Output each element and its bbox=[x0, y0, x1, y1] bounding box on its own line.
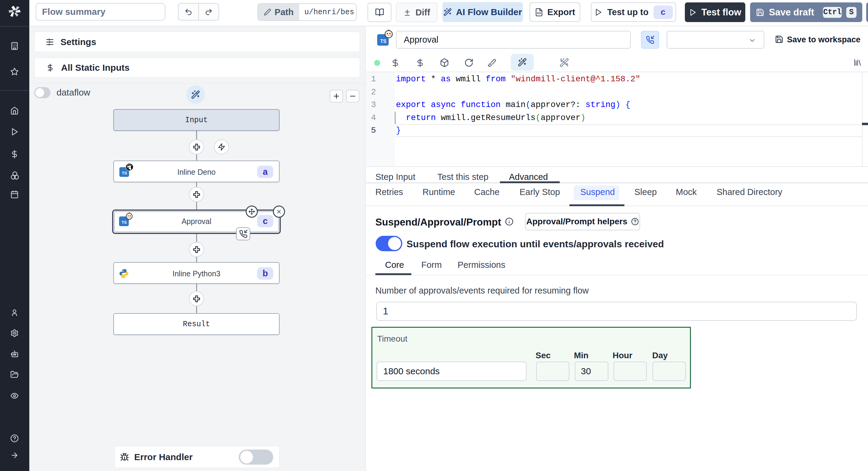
svg-text:TS: TS bbox=[380, 38, 386, 44]
